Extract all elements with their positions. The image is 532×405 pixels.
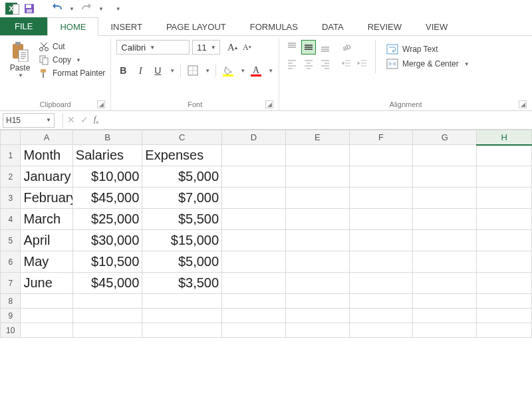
cell-G10[interactable] [413,323,477,338]
tab-file[interactable]: FILE [0,17,47,35]
column-header-H[interactable]: H [477,130,532,145]
cancel-formula-icon[interactable]: ✕ [67,114,75,125]
worksheet[interactable]: ABCDEFGH1MonthSalariesExpenses2January$1… [0,130,532,338]
cell-D4[interactable] [222,209,286,230]
row-header-5[interactable]: 5 [1,230,21,251]
cell-C6[interactable]: $5,000 [142,251,222,273]
column-header-A[interactable]: A [21,130,72,145]
cell-D3[interactable] [222,188,286,209]
cell-F6[interactable] [349,251,413,273]
cell-G2[interactable] [413,166,477,188]
cell-A4[interactable]: March [21,209,72,230]
paste-button[interactable]: Paste ▼ [5,40,35,78]
cell-G1[interactable] [413,145,477,166]
align-center-button[interactable] [301,57,316,71]
merge-dropdown[interactable]: ▼ [464,61,469,67]
paste-dropdown[interactable]: ▼ [18,72,23,78]
row-header-1[interactable]: 1 [1,145,21,166]
cell-C2[interactable]: $5,000 [142,166,222,188]
cell-A5[interactable]: April [21,230,72,251]
cell-F9[interactable] [349,309,413,323]
cell-G7[interactable] [413,273,477,294]
cell-D9[interactable] [222,309,286,323]
cell-H3[interactable] [477,188,532,209]
tab-formulas[interactable]: FORMULAS [238,18,310,35]
cell-A9[interactable] [21,309,72,323]
cell-C5[interactable]: $15,000 [142,230,222,251]
alignment-launcher[interactable]: ◢ [519,100,527,108]
underline-dropdown[interactable]: ▼ [170,68,175,74]
cell-H10[interactable] [477,323,532,338]
name-box[interactable]: H15 ▼ [3,113,55,128]
redo-dropdown[interactable]: ▼ [98,6,104,12]
cell-A10[interactable] [21,323,72,338]
cell-B5[interactable]: $30,000 [72,230,142,251]
cell-C3[interactable]: $7,000 [142,188,222,209]
row-header-4[interactable]: 4 [1,209,21,230]
cell-F8[interactable] [349,294,413,309]
undo-dropdown[interactable]: ▼ [69,6,74,12]
decrease-indent-button[interactable] [339,57,354,71]
cell-E2[interactable] [285,166,349,188]
merge-center-button[interactable]: Merge & Center ▼ [386,59,469,69]
column-header-G[interactable]: G [413,130,477,145]
cell-A6[interactable]: May [21,251,72,273]
tab-review[interactable]: REVIEW [356,18,414,35]
grow-font-button[interactable]: A▴ [225,41,239,54]
format-painter-button[interactable]: Format Painter [39,68,105,78]
cell-D1[interactable] [222,145,286,166]
column-header-E[interactable]: E [285,130,349,145]
cell-E7[interactable] [285,273,349,294]
cell-H8[interactable] [477,294,532,309]
copy-button[interactable]: Copy ▼ [39,55,105,65]
cell-E9[interactable] [285,309,349,323]
tab-insert[interactable]: INSERT [98,18,154,35]
cell-H9[interactable] [477,309,532,323]
row-header-2[interactable]: 2 [1,166,21,188]
cell-E1[interactable] [285,145,349,166]
enter-formula-icon[interactable]: ✓ [80,114,88,125]
cell-F2[interactable] [349,166,413,188]
bold-button[interactable]: B [116,64,130,77]
cell-F1[interactable] [349,145,413,166]
redo-icon[interactable] [81,3,92,14]
cell-C1[interactable]: Expenses [142,145,222,166]
row-header-9[interactable]: 9 [1,309,21,323]
column-header-D[interactable]: D [222,130,286,145]
font-color-button[interactable]: A [249,65,263,76]
cell-F4[interactable] [349,209,413,230]
italic-button[interactable]: I [134,64,147,77]
cell-E6[interactable] [285,251,349,273]
align-top-button[interactable] [285,40,299,55]
align-middle-button[interactable] [301,40,316,55]
cell-G9[interactable] [413,309,477,323]
font-launcher[interactable]: ◢ [265,100,273,108]
cell-B2[interactable]: $10,000 [72,166,142,188]
cell-H4[interactable] [477,209,532,230]
cell-E10[interactable] [285,323,349,338]
cell-B4[interactable]: $25,000 [72,209,142,230]
row-header-7[interactable]: 7 [1,273,21,294]
row-header-3[interactable]: 3 [1,188,21,209]
cell-F7[interactable] [349,273,413,294]
row-header-8[interactable]: 8 [1,294,21,309]
cell-F10[interactable] [349,323,413,338]
cell-D10[interactable] [222,323,286,338]
cell-E3[interactable] [285,188,349,209]
cell-B1[interactable]: Salaries [72,145,142,166]
cell-D5[interactable] [222,230,286,251]
cell-H2[interactable] [477,166,532,188]
cell-B9[interactable] [72,309,142,323]
column-header-F[interactable]: F [349,130,413,145]
column-header-C[interactable]: C [142,130,222,145]
font-size-combo[interactable]: 11 ▼ [192,40,220,55]
font-color-dropdown[interactable]: ▼ [268,68,273,74]
cell-F5[interactable] [349,230,413,251]
cell-E8[interactable] [285,294,349,309]
tab-home[interactable]: HOME [47,17,98,36]
wrap-text-button[interactable]: Wrap Text [386,44,469,55]
cell-F3[interactable] [349,188,413,209]
cell-B3[interactable]: $45,000 [72,188,142,209]
orientation-button[interactable]: ab [339,40,354,55]
cell-B8[interactable] [72,294,142,309]
